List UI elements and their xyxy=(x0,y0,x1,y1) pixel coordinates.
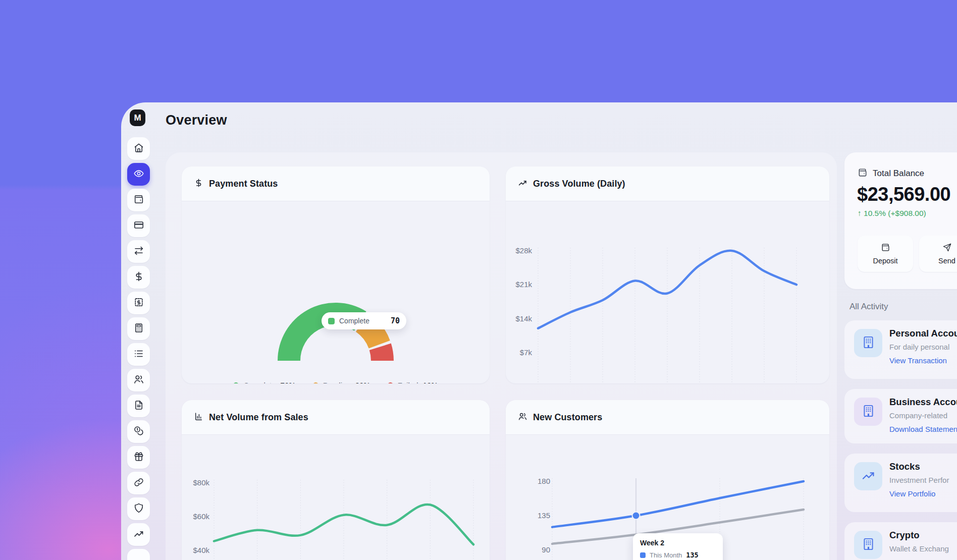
activity-link[interactable]: View Portfolio xyxy=(889,489,935,498)
trending-up-icon xyxy=(518,178,527,190)
y-tick-label: $28k xyxy=(515,246,532,255)
legend-label: Complete xyxy=(243,381,276,383)
sidebar-item-coins[interactable] xyxy=(127,420,150,443)
y-tick-label: $80k xyxy=(193,478,209,487)
send-button[interactable]: Send xyxy=(919,236,957,272)
y-tick-label: $7k xyxy=(520,348,533,357)
receipt-icon xyxy=(133,297,144,310)
tooltip-title: Week 2 xyxy=(640,539,716,547)
sidebar-item-security[interactable] xyxy=(127,497,150,520)
eye-icon xyxy=(133,168,144,181)
deposit-button[interactable]: Deposit xyxy=(858,236,913,272)
legend-item-failed: Failed 10% xyxy=(388,381,438,383)
sidebar-item-links[interactable] xyxy=(127,472,150,494)
total-balance-amount: $23,569.00 xyxy=(857,184,950,205)
arrows-left-right-icon xyxy=(133,245,144,258)
app-logo[interactable]: M xyxy=(130,109,145,126)
dollar-sign-icon xyxy=(133,271,144,284)
card-net-volume-header: Net Volume from Sales xyxy=(182,400,490,435)
trending-up-icon xyxy=(861,468,876,485)
sidebar-item-transfers[interactable] xyxy=(127,240,150,263)
wallet-icon xyxy=(858,167,868,180)
activity-item-personal-account[interactable]: Personal Account For daily personal View… xyxy=(844,320,957,379)
card-title: New Customers xyxy=(533,412,602,423)
series-gross-volume xyxy=(538,251,796,328)
dashboard-surface: M Overview Payment Status Complete 70 Co… xyxy=(121,102,957,560)
activity-title: Business Account xyxy=(889,397,957,408)
card-payment-status: Payment Status Complete 70 Complete 70% … xyxy=(182,166,490,383)
tooltip-row: This Month 135 xyxy=(640,551,716,559)
new-customers-chart: 1801359045 Week 2 This Month 135 Last Mo… xyxy=(506,435,829,560)
sidebar-item-documents[interactable] xyxy=(127,395,150,417)
sidebar-item-payments[interactable] xyxy=(127,266,150,289)
shield-icon xyxy=(133,502,144,516)
sidebar-item-lists[interactable] xyxy=(127,343,150,366)
activity-item-stocks[interactable]: Stocks Investment Perfor View Portfolio xyxy=(844,454,957,512)
activity-icon-tile xyxy=(854,329,882,357)
week-tooltip: Week 2 This Month 135 Last Month 110 xyxy=(633,533,723,560)
activity-title: Crypto xyxy=(889,530,920,541)
activity-description: Company-related xyxy=(889,411,947,420)
sidebar-item-calculator[interactable] xyxy=(127,317,150,340)
all-activity-header: All Activity xyxy=(849,302,888,312)
activity-title: Personal Account xyxy=(889,328,957,339)
link-icon xyxy=(133,477,144,490)
wallet-icon xyxy=(881,243,890,254)
payment-status-gauge: Complete 70 Complete 70% Pending 20% Fai… xyxy=(182,201,490,383)
home-icon xyxy=(133,142,144,155)
activity-item-business-account[interactable]: Business Account Company-related Downloa… xyxy=(844,389,957,443)
tooltip-value: 70 xyxy=(391,316,400,325)
card-gross-volume: Gross Volume (Daily) $28k$21k$14k$7k$0k1… xyxy=(506,166,829,383)
sidebar-item-growth[interactable] xyxy=(127,523,150,546)
total-balance-card: Total Balance $23,569.00 ↑ 10.5% (+$908.… xyxy=(844,152,957,289)
sidebar-item-rewards[interactable] xyxy=(127,446,150,469)
building-icon xyxy=(861,537,876,553)
sidebar-item-cards[interactable] xyxy=(127,214,150,237)
card-title: Net Volume from Sales xyxy=(209,412,308,423)
balance-actions: Deposit Send xyxy=(858,236,957,272)
gross-volume-chart: $28k$21k$14k$7k$0k10AM11AM12PM1PM2PM3PM4… xyxy=(506,201,829,383)
legend-label: Failed xyxy=(398,381,418,383)
gift-icon xyxy=(133,451,144,464)
total-balance-label: Total Balance xyxy=(873,169,924,179)
tooltip-label: Complete xyxy=(339,317,386,325)
trending-up-icon xyxy=(133,528,144,541)
gauge-tooltip: Complete 70 xyxy=(322,312,406,329)
activity-icon-tile xyxy=(854,398,882,426)
card-new-customers: New Customers 1801359045 Week 2 This Mon… xyxy=(506,400,829,560)
building-icon xyxy=(861,335,876,352)
gauge-segment-complete xyxy=(278,303,366,361)
sidebar-item-wallet[interactable] xyxy=(127,189,150,211)
legend-dot xyxy=(388,382,393,383)
tooltip-swatch xyxy=(640,552,646,558)
payment-status-legend: Complete 70% Pending 20% Failed 10% xyxy=(182,381,490,383)
sidebar-item-device[interactable] xyxy=(127,549,150,560)
sidebar-item-home[interactable] xyxy=(127,137,150,160)
users-icon xyxy=(133,374,144,387)
sidebar-item-customers[interactable] xyxy=(127,369,150,391)
net-volume-chart: $80k$60k$40k$20k xyxy=(182,435,490,560)
sidebar-item-invoices[interactable] xyxy=(127,292,150,314)
activity-icon-tile xyxy=(854,462,882,490)
y-tick-label: $60k xyxy=(193,512,209,521)
y-tick-label: $21k xyxy=(515,280,532,289)
y-tick-label: $40k xyxy=(193,546,209,554)
card-title: Payment Status xyxy=(209,179,278,189)
activity-link[interactable]: Download Statement xyxy=(889,425,957,433)
credit-card-icon xyxy=(133,219,144,233)
activity-item-crypto[interactable]: Crypto Wallet & Exchang xyxy=(844,522,957,560)
tooltip-row-value: 135 xyxy=(686,551,698,559)
calculator-icon xyxy=(133,322,144,335)
legend-item-complete: Complete 70% xyxy=(233,381,295,383)
activity-title: Stocks xyxy=(889,461,920,472)
sidebar-item-overview[interactable] xyxy=(127,163,150,186)
activity-link[interactable]: View Transaction xyxy=(889,356,947,365)
button-label: Send xyxy=(938,257,955,265)
card-title: Gross Volume (Daily) xyxy=(533,179,625,189)
activity-description: Wallet & Exchang xyxy=(889,544,949,553)
list-icon xyxy=(133,348,144,361)
users-icon xyxy=(518,412,527,423)
card-net-volume: Net Volume from Sales $80k$60k$40k$20k xyxy=(182,400,490,560)
send-icon xyxy=(942,243,952,254)
sidebar-nav xyxy=(127,137,150,560)
